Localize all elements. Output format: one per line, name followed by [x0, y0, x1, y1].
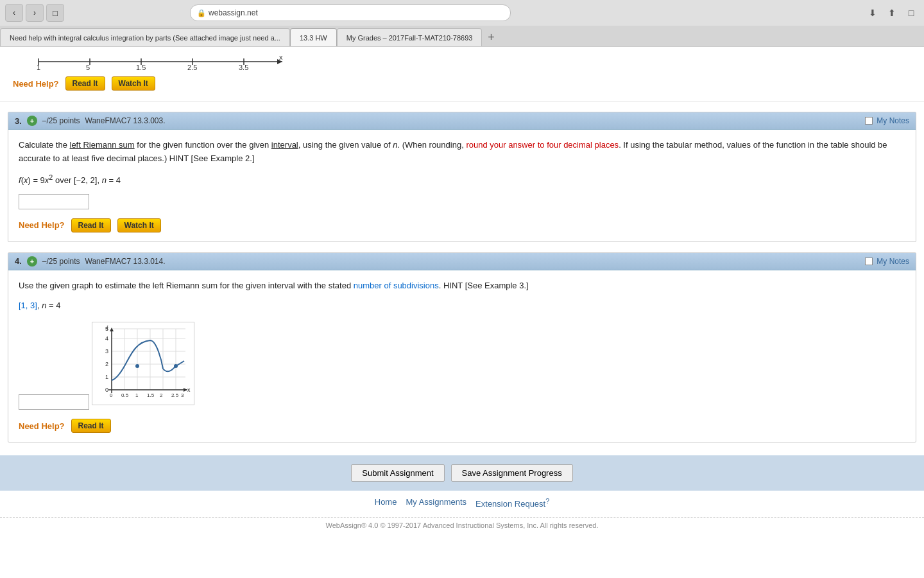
svg-text:2.5: 2.5 — [171, 392, 179, 398]
question-3-points: –/25 points — [42, 116, 80, 125]
window-button[interactable]: □ — [46, 4, 64, 22]
save-assignment-button[interactable]: Save Assignment Progress — [451, 464, 573, 482]
svg-point-44 — [135, 364, 139, 368]
svg-text:x: x — [279, 53, 283, 61]
my-assignments-link[interactable]: My Assignments — [406, 497, 466, 509]
svg-text:5: 5 — [86, 64, 90, 71]
q3-rounding-text: round your answer to four decimal places — [466, 140, 619, 150]
svg-text:5: 5 — [105, 326, 108, 332]
tab-2-label: My Grades – 2017Fall-T-MAT210-78693 — [346, 34, 473, 42]
question-3-header: 3. + –/25 points WaneFMAC7 13.3.003. My … — [8, 112, 916, 130]
question-4-notes-area: My Notes — [865, 257, 909, 266]
svg-text:2: 2 — [105, 361, 108, 367]
svg-text:0: 0 — [110, 392, 113, 398]
tab-2[interactable]: My Grades – 2017Fall-T-MAT210-78693 — [337, 28, 483, 46]
question-3-text: Calculate the left Riemann sum for the g… — [19, 139, 905, 166]
svg-text:2.5: 2.5 — [187, 64, 197, 71]
svg-text:x: x — [187, 387, 191, 393]
question-4-number: 4. — [15, 256, 22, 266]
browser-toolbar: ‹ › □ 🔒 webassign.net ⬇ ⬆ □ — [0, 0, 924, 26]
svg-text:1.5: 1.5 — [147, 392, 155, 398]
axis-svg: 1 5 1.5 2.5 3.5 x — [32, 52, 289, 71]
top-need-help-row: Need Help? Read It Watch It — [13, 76, 911, 91]
question-4-graph: f x 0 1 2 3 4 5 0 0.5 1 1.5 2 2.5 — [92, 322, 194, 407]
svg-text:3.5: 3.5 — [239, 64, 248, 71]
question-4-body: Use the given graph to estimate the left… — [8, 270, 916, 442]
svg-text:1.5: 1.5 — [136, 64, 146, 71]
page-content: 1 5 1.5 2.5 3.5 x Need Help? Read It Wat… — [0, 47, 924, 578]
question-3-block: 3. + –/25 points WaneFMAC7 13.3.003. My … — [8, 112, 916, 242]
browser-tabs: Need help with integral calculus integra… — [0, 26, 924, 46]
svg-point-45 — [174, 364, 178, 368]
copyright: WebAssign® 4.0 © 1997-2017 Advanced Inst… — [0, 517, 924, 536]
svg-text:3: 3 — [181, 392, 184, 398]
question-3-notes-area: My Notes — [865, 116, 909, 125]
question-4-graph-svg: f x 0 1 2 3 4 5 0 0.5 1 1.5 2 2.5 — [92, 322, 194, 405]
svg-marker-27 — [110, 328, 114, 331]
question-3-read-it-button[interactable]: Read It — [71, 218, 111, 232]
browser-chrome: ‹ › □ 🔒 webassign.net ⬇ ⬆ □ Need help wi… — [0, 0, 924, 47]
question-4-read-it-button[interactable]: Read It — [71, 419, 111, 433]
question-3-icon: + — [27, 116, 37, 126]
question-3-watch-it-button[interactable]: Watch It — [117, 218, 161, 232]
back-button[interactable]: ‹ — [5, 4, 23, 22]
nav-buttons: ‹ › □ — [5, 4, 64, 22]
address-bar[interactable]: 🔒 webassign.net — [190, 4, 511, 21]
question-4-notes-checkbox[interactable] — [865, 258, 873, 265]
question-4-answer-input[interactable] — [19, 394, 89, 410]
question-4-header: 4. + –/25 points WaneFMAC7 13.3.014. My … — [8, 253, 916, 270]
question-3-code: WaneFMAC7 13.3.003. — [85, 116, 166, 125]
tab-0-label: Need help with integral calculus integra… — [10, 34, 280, 42]
question-4-code: WaneFMAC7 13.3.014. — [85, 257, 166, 266]
question-4-need-help-label: Need Help? — [19, 421, 65, 431]
top-watch-it-button[interactable]: Watch It — [112, 76, 155, 91]
svg-text:0.5: 0.5 — [121, 392, 129, 398]
top-read-it-button[interactable]: Read It — [65, 76, 105, 91]
home-link[interactable]: Home — [375, 497, 397, 509]
extension-request-link[interactable]: Extension Request? — [475, 497, 549, 509]
tab-1[interactable]: 13.3 HW — [290, 28, 337, 46]
svg-text:1: 1 — [37, 64, 40, 71]
question-4-need-help-row: Need Help? Read It — [19, 419, 905, 433]
question-3-header-left: 3. + –/25 points WaneFMAC7 13.3.003. — [15, 116, 166, 126]
question-4-interval: [1, 3], n = 4 — [19, 301, 905, 310]
share-icon[interactable]: ⬆ — [884, 5, 900, 21]
svg-text:0: 0 — [105, 387, 108, 393]
submit-assignment-button[interactable]: Submit Assignment — [351, 464, 444, 482]
question-3-answer-input[interactable] — [19, 194, 89, 209]
tab-0[interactable]: Need help with integral calculus integra… — [0, 28, 290, 46]
url-text: webassign.net — [209, 8, 258, 17]
svg-text:2: 2 — [160, 392, 163, 398]
tab-add-button[interactable]: + — [482, 28, 500, 46]
extension-request-text: Extension Request — [475, 500, 545, 509]
extension-superscript: ? — [545, 497, 549, 505]
question-3-notes-label: My Notes — [877, 116, 909, 125]
question-4-header-left: 4. + –/25 points WaneFMAC7 13.3.014. — [15, 256, 166, 267]
question-4-points: –/25 points — [42, 257, 80, 266]
svg-text:1: 1 — [135, 392, 139, 398]
tab-1-label: 13.3 HW — [300, 34, 327, 42]
question-4-block: 4. + –/25 points WaneFMAC7 13.3.014. My … — [8, 252, 916, 442]
lock-icon: 🔒 — [197, 9, 206, 17]
svg-text:1: 1 — [105, 374, 108, 380]
q4-highlight-text: number of subdivisions — [354, 281, 439, 290]
top-partial-section: 1 5 1.5 2.5 3.5 x Need Help? Read It Wat… — [0, 47, 924, 101]
browser-right-icons: ⬇ ⬆ □ — [865, 5, 919, 21]
question-4-notes-label: My Notes — [877, 257, 909, 266]
download-icon[interactable]: ⬇ — [865, 5, 880, 21]
question-3-number: 3. — [15, 116, 22, 126]
svg-text:4: 4 — [105, 335, 108, 342]
fullscreen-icon[interactable]: □ — [903, 5, 919, 21]
svg-text:3: 3 — [105, 348, 108, 355]
question-3-notes-checkbox[interactable] — [865, 117, 873, 125]
question-3-need-help-label: Need Help? — [19, 220, 65, 230]
top-need-help-label: Need Help? — [13, 79, 59, 89]
question-4-icon: + — [27, 256, 37, 267]
question-4-text: Use the given graph to estimate the left… — [19, 279, 905, 293]
footer-bar: Submit Assignment Save Assignment Progre… — [0, 455, 924, 491]
copyright-text: WebAssign® 4.0 © 1997-2017 Advanced Inst… — [325, 521, 598, 529]
question-3-body: Calculate the left Riemann sum for the g… — [8, 130, 916, 241]
question-3-math: f(x) = 9x2 over [−2, 2], n = 4 — [19, 173, 905, 185]
footer-links: Home My Assignments Extension Request? — [0, 491, 924, 512]
forward-button[interactable]: › — [26, 4, 44, 22]
